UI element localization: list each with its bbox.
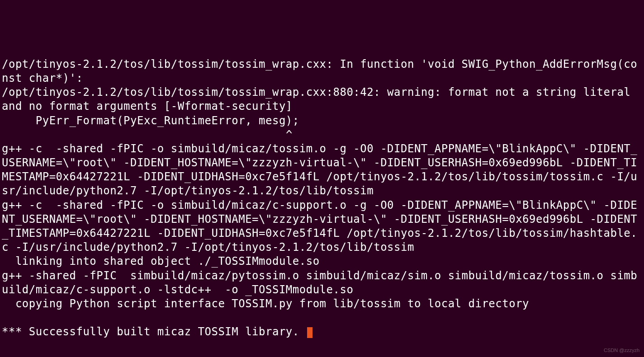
terminal-line: g++ -c -shared -fPIC -o simbuild/micaz/t… (2, 142, 637, 197)
terminal-line: g++ -c -shared -fPIC -o simbuild/micaz/c… (2, 199, 637, 254)
terminal-cursor (307, 327, 313, 338)
terminal-line: copying Python script interface TOSSIM.p… (2, 297, 529, 310)
terminal-line: *** Successfully built micaz TOSSIM libr… (2, 325, 306, 338)
terminal-line: ^ (2, 128, 293, 141)
terminal-line: g++ -shared -fPIC simbuild/micaz/pytossi… (2, 269, 637, 296)
terminal-line: PyErr_Format(PyExc_RuntimeError, mesg); (2, 114, 299, 127)
terminal-line: /opt/tinyos-2.1.2/tos/lib/tossim/tossim_… (2, 58, 637, 85)
terminal-line: /opt/tinyos-2.1.2/tos/lib/tossim/tossim_… (2, 86, 637, 113)
watermark: CSDN @zzzyzh (604, 347, 639, 353)
terminal-line: linking into shared object ./_TOSSIMmodu… (2, 255, 320, 268)
terminal-output[interactable]: /opt/tinyos-2.1.2/tos/lib/tossim/tossim_… (2, 57, 642, 339)
